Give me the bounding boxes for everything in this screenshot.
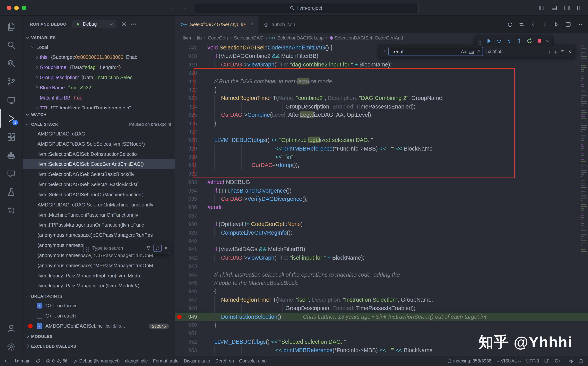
restart-icon[interactable] [527,38,533,44]
code-line[interactable]: 931CurDAG->dump()); [175,161,588,169]
drag-grip-icon[interactable] [86,247,88,249]
tab-selectiondagisel-cpp[interactable]: C++ SelectionDAGISel.cpp 9+ × [175,16,259,33]
clangd-status-status-item[interactable]: clangd: idle [125,358,148,364]
activity-remote-explorer-icon[interactable] [0,91,22,109]
line-number[interactable]: 945 [175,279,197,287]
step-into-icon[interactable] [506,38,512,44]
stack-frame-row[interactable]: llvm::SelectionDAGISel::CodeGenAndEmitDA… [23,159,175,169]
code-line[interactable]: 930<< "'\n"; [175,153,588,161]
customize-layout-icon[interactable] [577,5,583,11]
code-line[interactable]: 941if (ViewISelDAGs && MatchFilterBB) [175,245,588,254]
minimap[interactable] [581,43,588,356]
line-number[interactable]: 930 [175,153,197,161]
navigate-back-icon[interactable]: ← [169,5,175,11]
breadcrumb-item[interactable]: C++SelectionDAGISel.cpp [269,35,324,40]
breadcrumb-item[interactable]: SelectionDAG [234,35,263,40]
line-number[interactable]: 940 [175,237,197,245]
callstack-section-header[interactable]: CALL STACK Paused on breakpoint [23,120,175,129]
line-number[interactable]: 937 [175,212,197,220]
stack-frame-row[interactable]: AMDGPUDAGToDAGISel::runOnMachineFunction… [23,200,175,210]
line-number[interactable]: 932 [175,169,197,178]
step-over-icon[interactable] [496,38,502,44]
line-number[interactable]: 923 [175,94,197,102]
breakpoint-row[interactable]: ✓C++: on throw [23,301,175,311]
indexing-status-status-item[interactable]: indexing: 358/3938 [447,358,491,364]
regex-toggle[interactable]: .* [477,49,480,53]
toggle-panel-icon[interactable] [551,5,557,11]
watch-section-header[interactable]: WATCH [23,110,175,119]
activity-extensions-icon[interactable] [0,128,22,146]
code-line[interactable]: 933#ifndef NDEBUG [175,178,588,186]
scope-local[interactable]: Local [23,42,175,52]
line-number[interactable]: 924 [175,102,197,111]
line-number[interactable]: 943 [175,262,197,270]
code-line[interactable]: 925CurDAG->Combine(Level: AfterLegalizeD… [175,111,588,119]
breakpoint-checkbox[interactable]: ✓ [37,303,42,309]
excluded-callers-section-header[interactable]: EXCLUDED CALLERS [23,342,175,351]
code-line[interactable]: 942CurDAG->viewGraph(Title: "isel input … [175,254,588,262]
code-line[interactable]: 938if (OptLevel != CodeGenOpt::None) [175,220,588,228]
run-icon[interactable] [553,21,559,27]
activity-run-and-debug-icon[interactable]: 1 [0,109,22,128]
encoding-status-item[interactable]: UTF-8 [526,358,539,364]
code-line[interactable]: 948GroupDescription, Enabled: TimePasses… [175,304,588,313]
activity-docker-icon[interactable] [0,146,22,164]
vim-mode-status-item[interactable]: -- VISUAL -- [497,358,521,364]
disasm-status-status-item[interactable]: Disasm: auto [184,358,210,364]
line-number[interactable]: 927 [175,128,197,136]
code-line[interactable]: 929<< printMBBReference(*FuncInfo->MBB) … [175,144,588,153]
line-number[interactable]: 928 [175,136,197,144]
stack-frame-row[interactable]: llvm::SelectionDAGISel::SelectAllBasicBl… [23,179,175,190]
activity-settings-icon[interactable] [0,337,22,356]
launch-config-dropdown[interactable]: Debug [72,20,116,28]
code-line[interactable]: 940 [175,237,588,245]
line-number[interactable]: 931 [175,161,197,169]
line-number[interactable]: 950 [175,321,197,329]
line-number[interactable]: 933 [175,178,197,186]
line-number[interactable]: 941 [175,245,197,254]
notifications-status-item[interactable] [579,358,583,364]
branch-sync-status-item[interactable] [36,358,40,364]
breakpoint-row[interactable]: ✓AMDGPUGenDAGISel.incbuild/lib…232045 [23,321,175,331]
stack-frame-row[interactable]: llvm::legacy::PassManagerImpl::run(llvm:… [23,271,175,281]
code-line[interactable]: 947NamedRegionTimer T(Name: "isel", Desc… [175,296,588,304]
history-icon[interactable] [507,21,513,27]
line-number[interactable]: 918 [175,52,197,61]
code-line[interactable]: 920 [175,69,588,77]
eol-status-item[interactable]: LF [544,358,550,364]
variables-section-header[interactable]: VARIABLES [23,33,175,42]
breadcrumb-item[interactable]: CodeGen [208,35,228,40]
line-number[interactable]: 946 [175,287,197,296]
remote-status-item[interactable] [5,359,9,363]
code-line[interactable]: 927 [175,128,588,136]
variable-row[interactable]: TTI:{TTIImpl:llvm::TargetTransformInfo::… [23,103,175,109]
breakpoint-row[interactable]: C++: on catch [23,311,175,321]
code-line[interactable]: 946{ [175,287,588,296]
feedback-status-item[interactable] [568,358,573,364]
stack-frame-row[interactable]: llvm::legacy::PassManager::run(llvm::Mod… [23,281,175,291]
activity-search-icon[interactable] [0,36,22,54]
activity-comments-icon[interactable] [0,164,22,183]
go-forward-icon[interactable] [542,21,548,27]
variable-row[interactable]: GroupDescription:{Data:"Instruction Sele… [23,72,175,83]
line-number[interactable]: 935 [175,195,197,203]
line-number[interactable]: 951 [175,329,197,338]
line-number[interactable]: 936 [175,203,197,212]
close-find-icon[interactable]: × [568,49,571,54]
code-line[interactable]: 924GroupDescription, Enabled: TimePasses… [175,102,588,111]
line-number[interactable]: 934 [175,186,197,195]
stack-frame-row[interactable]: llvm::MachineFunctionPass::runOnFunction… [23,210,175,220]
code-line[interactable]: 944// Third, instruction select all of t… [175,270,588,279]
code-line[interactable]: 928LLVM_DEBUG(dbgs() << "Optimized legal… [175,136,588,144]
debug-settings-gear-icon[interactable] [121,21,127,27]
branch-status-item[interactable]: main [14,358,30,364]
breadcrumb-item[interactable]: SelectionDAGISel::CodeGenAnd [330,35,403,40]
line-number[interactable]: 948 [175,304,197,313]
toggle-secondary-sidebar-icon[interactable] [564,5,570,11]
find-in-selection-icon[interactable] [560,49,565,54]
line-number[interactable]: 929 [175,144,197,153]
code-line[interactable]: 950} [175,321,588,329]
code-line[interactable]: 934if (TTI.hasBranchDivergence()) [175,186,588,195]
stack-frame-row[interactable]: AMDGPUDAGToDAG [23,129,175,139]
close-window-button[interactable] [7,6,11,10]
